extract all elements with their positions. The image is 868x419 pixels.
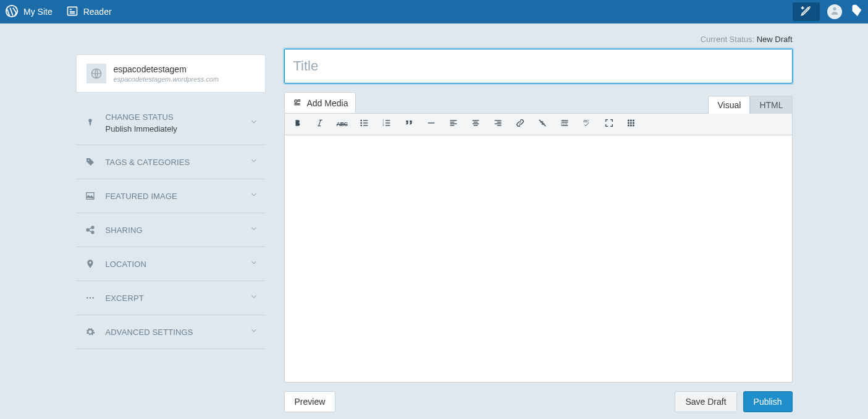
panel-featured-image[interactable]: FEATURED IMAGE (76, 179, 266, 213)
site-url: espacodetestagem.wordpress.com (114, 75, 219, 83)
insert-more-button[interactable] (558, 117, 571, 131)
svg-rect-60 (633, 122, 634, 124)
title-input[interactable] (284, 49, 793, 83)
link-button[interactable] (513, 117, 527, 131)
fullscreen-button[interactable] (602, 117, 616, 131)
kitchen-sink-icon (626, 118, 636, 130)
svg-rect-62 (630, 125, 632, 127)
reader-label: Reader (83, 7, 112, 17)
svg-rect-61 (628, 125, 630, 127)
compose-button[interactable] (793, 2, 820, 21)
notifications-button[interactable] (849, 4, 863, 20)
tab-visual[interactable]: Visual (708, 96, 750, 114)
my-site-link[interactable]: My Site (5, 4, 53, 20)
chevron-down-icon (250, 156, 258, 167)
add-media-label: Add Media (307, 98, 348, 108)
align-center-button[interactable] (469, 117, 482, 131)
publish-button[interactable]: Publish (743, 391, 793, 412)
reader-icon (66, 5, 78, 19)
numbered-list-icon: 123 (382, 118, 392, 130)
user-icon (830, 6, 840, 18)
ul-button[interactable] (358, 117, 371, 131)
panel-change-status[interactable]: CHANGE STATUS Publish Immediately (76, 101, 266, 145)
insert-more-icon (560, 118, 570, 130)
panel-label: SHARING (106, 226, 241, 235)
svg-point-24 (361, 120, 361, 121)
status-label: Current Status: (701, 35, 757, 44)
strike-button[interactable]: ABC (335, 117, 349, 131)
share-icon (83, 225, 97, 235)
add-media-button[interactable]: Add Media (284, 92, 356, 114)
spellcheck-icon: ABC (582, 118, 592, 130)
chevron-down-icon (250, 258, 258, 269)
bullet-list-icon (360, 118, 369, 130)
italic-button[interactable] (313, 117, 327, 131)
save-draft-button[interactable]: Save Draft (675, 391, 736, 412)
svg-line-15 (88, 231, 91, 232)
align-right-icon (493, 118, 503, 130)
panel-excerpt[interactable]: EXCERPT (76, 281, 266, 315)
svg-rect-55 (628, 120, 630, 122)
image-icon (83, 191, 97, 201)
fullscreen-icon (604, 118, 614, 130)
site-card[interactable]: espacodetestagem espacodetestagem.wordpr… (76, 54, 266, 93)
panel-label: TAGS & CATEGORIES (106, 158, 241, 167)
panel-label: LOCATION (106, 260, 241, 269)
blockquote-icon (404, 118, 414, 130)
bold-button[interactable] (291, 117, 305, 131)
editor-toolbar: ABC 123 ABC (284, 113, 793, 135)
hr-button[interactable] (424, 117, 438, 131)
tag-icon (83, 157, 97, 167)
panel-label: EXCERPT (106, 294, 241, 303)
svg-point-18 (89, 297, 91, 299)
spellcheck-button[interactable]: ABC (580, 117, 594, 131)
wordpress-logo-icon (5, 4, 19, 20)
svg-line-49 (539, 120, 546, 127)
chevron-down-icon (250, 190, 258, 201)
ol-button[interactable]: 123 (380, 117, 394, 131)
panel-location[interactable]: LOCATION (76, 247, 266, 281)
editor-mode-tabs: Visual HTML (708, 96, 792, 114)
svg-point-17 (86, 297, 88, 299)
site-name: espacodetestagem (114, 64, 219, 74)
tab-html[interactable]: HTML (750, 96, 792, 114)
pin-icon (83, 118, 97, 128)
svg-rect-63 (633, 125, 634, 127)
svg-line-21 (318, 120, 321, 125)
link-icon (515, 118, 525, 130)
bold-icon (293, 119, 302, 130)
chevron-down-icon (250, 224, 258, 235)
editor-content[interactable] (284, 135, 793, 383)
chevron-down-icon (250, 326, 258, 337)
svg-point-19 (92, 297, 94, 299)
svg-text:ABC: ABC (583, 120, 589, 123)
panel-label: CHANGE STATUS (106, 112, 241, 122)
globe-icon (86, 64, 106, 83)
unlink-button[interactable] (536, 117, 549, 131)
editor-main: Current Status: New Draft Add Media Visu… (284, 35, 793, 412)
panel-tags-categories[interactable]: TAGS & CATEGORIES (76, 145, 266, 179)
italic-icon (316, 119, 324, 130)
reader-link[interactable]: Reader (66, 5, 112, 19)
chevron-down-icon (250, 117, 258, 129)
toggle-toolbar-button[interactable] (625, 117, 638, 131)
status-line: Current Status: New Draft (284, 35, 793, 44)
chevron-down-icon (250, 292, 258, 303)
my-site-label: My Site (23, 7, 53, 17)
svg-line-14 (88, 228, 91, 230)
svg-point-25 (361, 122, 361, 123)
preview-button[interactable]: Preview (284, 391, 336, 412)
panel-sharing[interactable]: SHARING (76, 213, 266, 247)
status-value: New Draft (757, 35, 793, 44)
compose-icon (800, 4, 812, 19)
user-avatar[interactable] (827, 4, 842, 19)
align-left-icon (449, 118, 458, 130)
quote-button[interactable] (402, 117, 416, 131)
align-right-button[interactable] (491, 117, 505, 131)
panel-label: ADVANCED SETTINGS (106, 328, 241, 337)
svg-point-26 (361, 125, 361, 125)
panel-advanced-settings[interactable]: ADVANCED SETTINGS (76, 315, 266, 349)
align-left-button[interactable] (447, 117, 460, 131)
panel-label: FEATURED IMAGE (106, 192, 241, 201)
svg-text:3: 3 (382, 124, 384, 127)
